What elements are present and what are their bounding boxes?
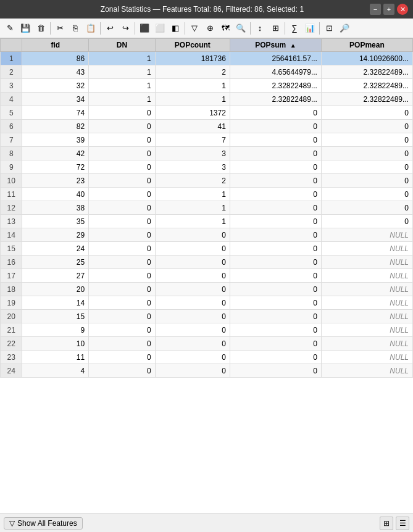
row-number: 20: [1, 310, 22, 323]
dn-cell: 0: [89, 188, 156, 201]
popcount-cell: 0: [155, 269, 230, 283]
fid-cell: 15: [22, 310, 89, 323]
dn-cell: 0: [89, 160, 156, 174]
table-row[interactable]: 244000NULL: [1, 364, 413, 378]
row-num-header: [1, 39, 22, 52]
list-view-button[interactable]: ☰: [396, 517, 409, 530]
popmean-cell: 2.32822489...: [321, 79, 412, 93]
table-row[interactable]: 243124.65644979...2.32822489...: [1, 65, 413, 79]
table-row[interactable]: 7390700: [1, 133, 413, 147]
close-button[interactable]: ✕: [397, 4, 408, 15]
show-all-features-button[interactable]: ▽ Show All Features: [4, 517, 83, 530]
zoom-selected-icon[interactable]: ⊕: [202, 21, 217, 36]
popmean-cell: 0: [321, 215, 412, 228]
popmean-header[interactable]: POPmean: [321, 39, 412, 52]
popcount-cell: 3: [155, 147, 230, 160]
table-row[interactable]: 332112.32822489...2.32822489...: [1, 79, 413, 93]
search-icon[interactable]: 🔍: [233, 21, 248, 36]
fid-cell: 4: [22, 364, 89, 378]
dn-cell: 0: [89, 323, 156, 337]
window-title: Zonal Statistics — Features Total: 86, F…: [35, 5, 370, 14]
popcount-header[interactable]: POPcount: [155, 39, 230, 52]
table-row[interactable]: 2015000NULL: [1, 310, 413, 323]
dn-cell: 0: [89, 283, 156, 296]
toolbar: ✎ 💾 🗑 ✂ ⎘ 📋 ↩ ↪ ⬛ ⬜ ◧ ▽ ⊕ 🗺 🔍 ↕ ⊞ ∑ 📊 ⊡ …: [0, 19, 413, 38]
pan-icon[interactable]: ⊞: [268, 21, 283, 36]
minimize-button[interactable]: −: [370, 4, 381, 15]
paste-icon[interactable]: 📋: [83, 21, 98, 36]
table-row[interactable]: 219000NULL: [1, 323, 413, 337]
invert-selection-icon[interactable]: ◧: [168, 21, 183, 36]
table-row[interactable]: 1820000NULL: [1, 283, 413, 296]
fid-cell: 11: [22, 351, 89, 364]
table-row[interactable]: 434112.32822489...2.32822489...: [1, 93, 413, 106]
undo-icon[interactable]: ↩: [102, 21, 117, 36]
table-row[interactable]: 1429000NULL: [1, 228, 413, 242]
cut-icon[interactable]: ✂: [52, 21, 67, 36]
table-row[interactable]: 1524000NULL: [1, 242, 413, 256]
redo-icon[interactable]: ↪: [118, 21, 133, 36]
popmean-cell: NULL: [321, 269, 412, 283]
fid-cell: 43: [22, 65, 89, 79]
dn-cell: 0: [89, 337, 156, 351]
popmean-cell: 14.10926600...: [321, 52, 412, 65]
table-row[interactable]: 1727000NULL: [1, 269, 413, 283]
table-row[interactable]: 18611817362564161.57...14.10926600...: [1, 52, 413, 65]
deselect-icon[interactable]: ⬜: [152, 21, 167, 36]
popcount-cell: 0: [155, 283, 230, 296]
zoom-icon[interactable]: 🔎: [337, 21, 352, 36]
popsum-header[interactable]: POPsum ▲: [230, 39, 321, 52]
table-row[interactable]: 9720300: [1, 160, 413, 174]
status-bar: ▽ Show All Features ⊞ ☰: [0, 513, 413, 532]
popmean-cell: 0: [321, 106, 412, 120]
row-number: 14: [1, 228, 22, 242]
popcount-cell: 0: [155, 310, 230, 323]
delete-row-icon[interactable]: 🗑: [33, 21, 48, 36]
row-number: 7: [1, 133, 22, 147]
dn-cell: 1: [89, 93, 156, 106]
move-selected-icon[interactable]: ↕: [252, 21, 267, 36]
table-row[interactable]: 2311000NULL: [1, 351, 413, 364]
table-row[interactable]: 12380100: [1, 201, 413, 215]
popmean-cell: NULL: [321, 296, 412, 310]
dn-header[interactable]: DN: [89, 39, 156, 52]
filter-icon[interactable]: ▽: [187, 21, 202, 36]
table-row[interactable]: 68204100: [1, 120, 413, 133]
copy-icon[interactable]: ⎘: [68, 21, 83, 36]
panel-view-button[interactable]: ⊞: [380, 517, 393, 530]
row-number: 12: [1, 201, 22, 215]
map-tips-icon[interactable]: 🗺: [218, 21, 233, 36]
popsum-cell: 0: [230, 283, 321, 296]
table-row[interactable]: 1914000NULL: [1, 296, 413, 310]
table-row[interactable]: 2210000NULL: [1, 337, 413, 351]
table-row[interactable]: 11400100: [1, 188, 413, 201]
table-row[interactable]: 1625000NULL: [1, 256, 413, 269]
fid-cell: 24: [22, 242, 89, 256]
table-row[interactable]: 8420300: [1, 147, 413, 160]
popsum-cell: 0: [230, 337, 321, 351]
table-row[interactable]: 10230200: [1, 174, 413, 188]
fid-header[interactable]: fid: [22, 39, 89, 52]
dock-icon[interactable]: ⊡: [322, 21, 336, 36]
popcount-cell: 1: [155, 188, 230, 201]
field-calc-icon[interactable]: ∑: [287, 21, 302, 36]
select-all-icon[interactable]: ⬛: [137, 21, 152, 36]
maximize-button[interactable]: +: [383, 4, 394, 15]
table-body: 18611817362564161.57...14.10926600...243…: [1, 52, 413, 378]
row-number: 3: [1, 79, 22, 93]
sep2: [100, 22, 101, 35]
fid-cell: 27: [22, 269, 89, 283]
save-icon[interactable]: 💾: [18, 21, 33, 36]
row-number: 15: [1, 242, 22, 256]
table-row[interactable]: 5740137200: [1, 106, 413, 120]
row-number: 19: [1, 296, 22, 310]
popmean-cell: 0: [321, 201, 412, 215]
edit-pencil-icon[interactable]: ✎: [2, 21, 17, 36]
row-number: 9: [1, 160, 22, 174]
popsum-cell: 0: [230, 364, 321, 378]
dn-cell: 0: [89, 228, 156, 242]
dn-cell: 0: [89, 310, 156, 323]
table-row[interactable]: 13350100: [1, 215, 413, 228]
attribute-table[interactable]: fid DN POPcount POPsum ▲ POPmean 1861181…: [0, 38, 413, 513]
stats-icon[interactable]: 📊: [302, 21, 317, 36]
